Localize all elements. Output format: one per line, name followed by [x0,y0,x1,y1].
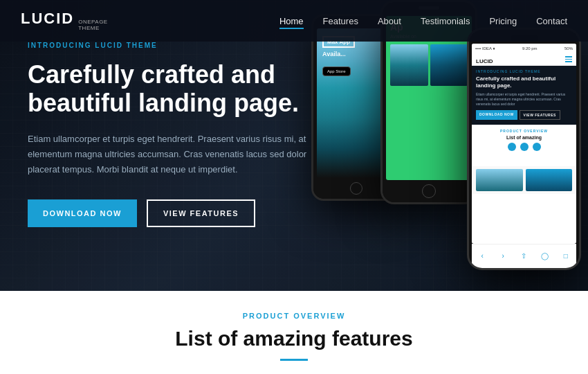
hero-section: INTRODUCING LUCID THEME Carefully crafte… [0,0,588,291]
nav-link-about[interactable]: About [378,16,401,26]
mini-product-label: PRODUCT OVERVIEW [476,129,572,133]
phone-middle-home-button [422,184,436,198]
mini-intro-text: INTRODUCING LUCID THEME [476,69,572,73]
mini-hamburger-icon [565,56,572,62]
hero-description: Etiam ullamcorper et turpis eget hendrer… [28,132,332,177]
forward-icon: › [498,251,508,261]
nav-item-home[interactable]: Home [279,15,304,27]
nav-item-contact[interactable]: Contact [536,15,567,27]
hero-content: INTRODUCING LUCID THEME Carefully crafte… [28,42,332,227]
share-icon: ⇧ [519,251,529,261]
bookmark-icon: ◯ [540,251,550,261]
phone-right: •••• IDEA ♦ 9:20 pm 50% LUCID [467,28,581,270]
product-overview-label: PRODUCT OVERVIEW [243,312,346,320]
download-button[interactable]: DOWNLOAD NOW [28,199,137,227]
mini-screenshot-2 [430,44,468,86]
status-bar: •••• IDEA ♦ 9:20 pm 50% [472,44,576,53]
nav-link-home[interactable]: Home [279,16,304,29]
mini-screen-inner-1 [390,44,428,86]
phone-hero-section: INTRODUCING LUCID THEME Carefully crafte… [472,66,576,125]
logo-subtitle: ONEPAGE THEME [78,19,107,32]
mini-headline: Carefully crafted and beautiful landing … [476,75,572,90]
mini-features-title: List of amazing [476,135,572,140]
introducing-label: INTRODUCING LUCID THEME [28,42,332,49]
nav-item-features[interactable]: Features [323,15,358,27]
nav-links: Home Features About Testimonials Pricing… [279,15,567,27]
bottom-section: PRODUCT OVERVIEW List of amazing feature… [0,291,588,374]
mini-buttons: DOWNLOAD NOW VIEW FEATURES [476,110,572,120]
mini-description: Etiam ullamcorper et turpis eget hendrer… [476,92,572,107]
mini-app-screenshot-1 [476,169,523,191]
nav-item-pricing[interactable]: Pricing [489,15,517,27]
mini-feature-icon-3 [533,143,541,151]
nav-link-testimonials[interactable]: Testimonials [421,16,470,26]
phone-nav-bar: LUCID [472,53,576,66]
phone-middle-bottom [383,180,475,202]
phone-bottom-nav: ‹ › ⇧ ◯ □ [472,244,576,268]
nav-link-contact[interactable]: Contact [536,16,567,26]
mini-screenshot-1 [390,44,428,86]
features-underline [280,359,308,361]
nav-item-testimonials[interactable]: Testimonials [421,15,470,27]
back-icon: ‹ [477,251,487,261]
mini-feature-icon-2 [520,143,529,151]
hero-buttons: DOWNLOAD NOW VIEW FEATURES [28,199,332,227]
nav-item-about[interactable]: About [378,15,401,27]
mini-download-btn: DOWNLOAD NOW [476,110,517,120]
mini-screen-inner-2 [430,44,468,86]
nav-link-features[interactable]: Features [323,16,358,26]
phone-screenshots [390,44,468,86]
mini-feature-icons [476,143,572,151]
mini-app-screenshots [472,166,576,194]
mini-app-screenshot-2 [526,169,573,191]
hamburger-line-1 [565,56,572,57]
features-title: List of amazing features [175,327,412,350]
view-features-button[interactable]: VIEW FEATURES [147,199,255,227]
mini-feature-icon-1 [508,143,516,151]
hamburger-line-3 [565,61,572,62]
phone-right-screen: •••• IDEA ♦ 9:20 pm 50% LUCID [472,44,576,244]
home-button-circle [350,182,362,195]
logo: LUCID ONEPAGE THEME [21,10,108,32]
hero-headline: Carefully crafted and beautiful landing … [28,60,332,118]
phone-features-section: PRODUCT OVERVIEW List of amazing [472,125,576,166]
phones-area: Max App Availa... App Store Ap Available… [297,0,588,291]
logo-text: LUCID [21,10,74,28]
mini-logo-text: LUCID [476,58,493,64]
mini-features-btn: VIEW FEATURES [520,110,560,120]
tabs-icon: □ [561,251,571,261]
navbar: LUCID ONEPAGE THEME Home Features About … [0,0,588,42]
hamburger-line-2 [565,59,572,60]
nav-link-pricing[interactable]: Pricing [489,16,517,26]
